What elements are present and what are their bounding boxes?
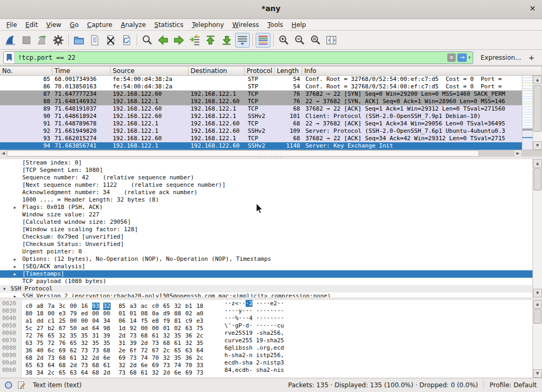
column-header-protocol[interactable]: Protocol <box>245 67 275 76</box>
detail-line[interactable]: ▾SSH Protocol <box>0 285 532 293</box>
title-bar[interactable]: *any ✕ <box>0 0 542 19</box>
packet-row-86[interactable]: 8670.013850163fe:54:00:d4:38:2aSTP54Conf… <box>0 83 522 90</box>
packet-row-87[interactable]: 8771.647777234192.168.122.60192.168.122.… <box>0 90 522 98</box>
expand-arrow-icon[interactable]: ▸ <box>14 256 16 263</box>
add-filter-button[interactable]: + <box>528 53 535 62</box>
scroll-right-button[interactable]: ▶ <box>514 150 521 157</box>
scroll-down-button[interactable]: ▼ <box>533 289 542 297</box>
previous-packet-button[interactable] <box>156 33 170 48</box>
menu-capture[interactable]: Capture <box>83 20 116 30</box>
collapse-arrow-icon[interactable]: ▾ <box>3 285 6 293</box>
detail-line[interactable]: [Stream index: 0] <box>0 159 532 167</box>
detail-line[interactable]: ▸Options: (12 bytes), No-Operation (NOP)… <box>0 256 532 263</box>
scroll-thumb[interactable] <box>534 85 541 132</box>
filter-apply-button[interactable]: → <box>457 53 467 62</box>
capture-comment-button[interactable] <box>17 381 25 389</box>
column-header-no[interactable]: No. <box>0 67 52 76</box>
expand-arrow-icon[interactable]: ▸ <box>14 270 16 278</box>
status-profile[interactable]: Profile: Default <box>490 381 537 389</box>
hex-row-0020[interactable]: 0020c0a87a3c0016933285a3acc06532b118··z<… <box>0 300 532 307</box>
last-packet-button[interactable] <box>219 33 234 48</box>
expert-info-button[interactable] <box>4 381 13 389</box>
detail-line[interactable]: ▸[SEQ/ACK analysis] <box>0 263 532 270</box>
packet-row-91[interactable]: 9171.648789678192.168.122.1192.168.122.6… <box>0 120 522 127</box>
stop-capture-button[interactable] <box>19 33 34 48</box>
detail-line[interactable]: TCP payload (1080 bytes) <box>0 278 532 285</box>
detail-line[interactable]: [Window size scaling factor: 128] <box>0 226 532 233</box>
detail-line[interactable]: Checksum: 0x79ed [unverified] <box>0 233 532 241</box>
scroll-up-button[interactable]: ▲ <box>533 76 542 84</box>
hex-row-00b0[interactable]: 00b038342c656364682d736861322d6e697384,e… <box>0 367 532 374</box>
close-file-button[interactable] <box>103 33 118 48</box>
hex-row-00a0[interactable]: 00a0656364682d736861322d6e6973747033ecdh… <box>0 359 532 367</box>
packet-row-92[interactable]: 9271.661949820192.168.122.1192.168.122.6… <box>0 127 522 135</box>
menu-view[interactable]: View <box>42 20 65 30</box>
packet-row-93[interactable]: 9371.662015274192.168.122.60192.168.122.… <box>0 135 522 142</box>
expand-arrow-icon[interactable]: ▸ <box>14 293 16 297</box>
detail-line[interactable]: Sequence number: 42 (relative sequence n… <box>0 174 532 181</box>
hex-row-0080[interactable]: 008036406c69627373682e6f72672c6563646@li… <box>0 344 532 352</box>
zoom-reset-button[interactable] <box>308 33 323 48</box>
packet-row-90[interactable]: 9071.648618924192.168.122.60192.168.122.… <box>0 113 522 120</box>
capture-options-button[interactable] <box>51 33 66 48</box>
next-packet-button[interactable] <box>171 33 186 48</box>
open-file-button[interactable] <box>71 33 86 48</box>
menu-analyze[interactable]: Analyze <box>116 20 150 30</box>
column-header-info[interactable]: Info <box>302 67 542 76</box>
close-window-button[interactable]: ✕ <box>529 4 536 13</box>
menu-help[interactable]: Help <box>287 20 310 30</box>
hex-row-0040[interactable]: 0040a1ddc125000004340614f5e8f981c9e3···%… <box>0 315 532 322</box>
menu-file[interactable]: File <box>2 20 21 30</box>
start-capture-button[interactable] <box>3 33 18 48</box>
scroll-up-button[interactable]: ▲ <box>533 159 542 168</box>
zoom-out-button[interactable] <box>292 33 307 48</box>
scroll-thumb[interactable] <box>534 168 541 190</box>
detail-line[interactable]: [TCP Segment Len: 1080] <box>0 167 532 174</box>
scroll-thumb[interactable] <box>534 309 541 324</box>
detail-line[interactable]: 1000 .... = Header Length: 32 bytes (8) <box>0 196 532 204</box>
column-header-destination[interactable]: Destination <box>188 67 245 76</box>
first-packet-button[interactable] <box>203 33 218 48</box>
menu-go[interactable]: Go <box>66 20 83 30</box>
detail-line[interactable]: [Calculated window size: 29056] <box>0 218 532 226</box>
zoom-in-button[interactable] <box>276 33 291 48</box>
packet-list-vscrollbar[interactable]: ▲ ▼ <box>532 76 542 150</box>
colorize-button[interactable] <box>256 33 270 48</box>
detail-line[interactable]: [Next sequence number: 1122 (relative se… <box>0 181 532 189</box>
packet-list-minimap[interactable] <box>522 76 532 150</box>
auto-scroll-button[interactable] <box>235 33 250 48</box>
menu-edit[interactable]: Edit <box>21 20 42 30</box>
scroll-left-button[interactable]: ◀ <box>0 150 7 157</box>
column-header-time[interactable]: Time <box>52 67 111 76</box>
scroll-up-button[interactable]: ▲ <box>533 300 542 308</box>
restart-capture-button[interactable] <box>35 33 50 48</box>
find-packet-button[interactable] <box>140 33 155 48</box>
expand-arrow-icon[interactable]: ▸ <box>14 204 16 211</box>
resize-columns-button[interactable] <box>324 33 339 48</box>
detail-line[interactable]: ▸[Timestamps] <box>0 270 532 278</box>
menu-tools[interactable]: Tools <box>263 20 287 30</box>
reload-file-button[interactable] <box>119 33 134 48</box>
go-to-packet-button[interactable] <box>187 33 202 48</box>
packet-row-88[interactable]: 8871.648146932192.168.122.1192.168.122.6… <box>0 98 522 105</box>
hex-row-0060[interactable]: 006072766532353531392d7368613235362crve2… <box>0 330 532 337</box>
detail-line[interactable]: Acknowledgment number: 34 (relative ack … <box>0 189 532 196</box>
expand-arrow-icon[interactable]: ▸ <box>14 263 16 270</box>
column-header-length[interactable]: Length <box>275 67 302 76</box>
detail-line[interactable]: Window size value: 227 <box>0 211 532 218</box>
hex-row-0050[interactable]: 00505c27b26750ad64981d92000001026375\'·g… <box>0 322 532 330</box>
filter-bookmark-button[interactable] <box>4 52 15 63</box>
packet-row-94[interactable]: 9471.663856741192.168.122.1192.168.122.6… <box>0 142 522 150</box>
scroll-down-button[interactable]: ▼ <box>533 369 542 378</box>
filter-history-caret[interactable]: ▾ <box>468 55 471 60</box>
save-file-button[interactable] <box>87 33 102 48</box>
filter-clear-button[interactable]: ✕ <box>447 53 456 62</box>
menu-statistics[interactable]: Statistics <box>150 20 188 30</box>
hex-row-0070[interactable]: 0070637572766532353531392d7368613235curv… <box>0 337 532 344</box>
column-header-source[interactable]: Source <box>111 67 188 76</box>
expression-button[interactable]: Expression... <box>481 54 521 61</box>
detail-line[interactable]: ▸Flags: 0x018 (PSH, ACK) <box>0 204 532 211</box>
bytes-vscrollbar[interactable]: ▲ ▼ <box>532 300 542 378</box>
details-vscrollbar[interactable]: ▲ ▼ <box>532 159 542 297</box>
detail-line[interactable]: Urgent pointer: 0 <box>0 248 532 256</box>
